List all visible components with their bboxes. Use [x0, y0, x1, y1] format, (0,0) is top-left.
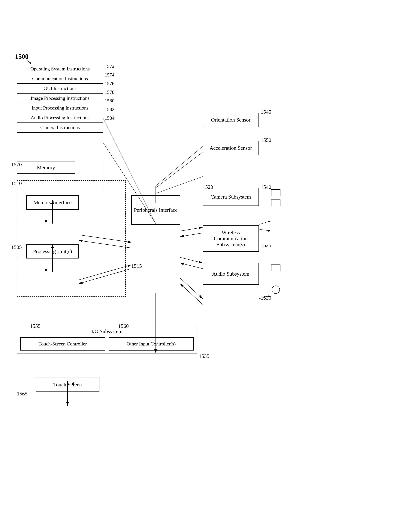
ref-1525: 1525 [261, 242, 271, 248]
ref-1572: 1572 [105, 64, 114, 69]
ref-1530: 1530 [261, 295, 271, 301]
ref-numbers-block: 1572 1574 1576 1578 1580 1582 1584 [105, 64, 114, 123]
svg-line-18 [180, 278, 203, 299]
ref-1578: 1578 [105, 90, 114, 95]
other-input-controller-box: Other Input Controller(s) [109, 337, 194, 351]
ref-1584: 1584 [105, 116, 114, 121]
os-instructions-row: Operating System Instructions [17, 64, 103, 74]
svg-line-29 [259, 221, 271, 224]
svg-line-15 [180, 233, 203, 237]
other-input-controller-label: Other Input Controller(s) [127, 341, 176, 346]
ref-1570: 1570 [11, 161, 22, 168]
peripherals-interface-box: Peripherals Interface [131, 195, 180, 225]
ref-1580: 1580 [105, 98, 114, 103]
memory-expanded-block: Operating System Instructions Communicat… [17, 64, 103, 133]
svg-line-14 [180, 227, 203, 231]
acceleration-sensor-box: Acceleration Sensor [203, 141, 259, 155]
ref-1535: 1535 [199, 353, 209, 359]
svg-line-30 [259, 229, 271, 231]
gui-instructions-row: GUI Instructions [17, 84, 103, 94]
input-instructions-row: Input Processing Instructions [17, 103, 103, 113]
svg-line-28 [156, 177, 203, 194]
ref-1520: 1520 [203, 184, 213, 190]
camera-subsystem-box: Camera Subsystem [203, 188, 259, 206]
diagram-container: 1500 ↘ Operating System Instructions Com… [11, 53, 396, 522]
camera-subsystem-label: Camera Subsystem [211, 194, 251, 200]
processing-unit-label: Processing Unit(s) [33, 248, 72, 254]
mic-icon [272, 285, 280, 294]
io-controllers-row: Touch-Screen Controller Other Input Cont… [20, 337, 194, 351]
image-instructions-row: Image Processing Instructions [17, 94, 103, 103]
memory-interface-box: Memory Interface [26, 195, 79, 210]
ref-1582: 1582 [105, 107, 114, 112]
ref-1576: 1576 [105, 81, 114, 86]
camera-icon-2 [271, 199, 280, 206]
io-subsystem-label: I/O Subsystem [20, 328, 194, 334]
svg-line-16 [180, 257, 203, 263]
touch-screen-box: Touch Screen [36, 378, 99, 392]
ref-1505: 1505 [11, 244, 22, 250]
acceleration-sensor-label: Acceleration Sensor [210, 145, 252, 151]
svg-line-26 [156, 147, 203, 186]
ref-1545: 1545 [261, 109, 271, 115]
ref-1555: 1555 [30, 323, 41, 329]
touch-screen-label: Touch Screen [53, 382, 82, 388]
ref-1515: 1515 [131, 263, 142, 269]
processing-unit-box: Processing Unit(s) [26, 244, 79, 258]
orientation-sensor-box: Orientation Sensor [203, 113, 259, 127]
memory-label: Memory [37, 165, 55, 170]
memory-box: Memory [17, 161, 75, 174]
wireless-comm-label: Wireless Communication Subsystem(s) [214, 230, 248, 248]
io-subsystem-box: I/O Subsystem Touch-Screen Controller Ot… [17, 325, 197, 354]
orientation-sensor-label: Orientation Sensor [211, 117, 251, 123]
ref-1565: 1565 [17, 391, 27, 397]
speaker-icon [271, 265, 280, 271]
ref-1510: 1510 [11, 180, 22, 186]
svg-line-27 [156, 152, 203, 188]
camera-instructions-row: Camera Instructions [17, 123, 103, 132]
ref-1540: 1540 [261, 184, 271, 190]
ref-1550: 1550 [261, 137, 271, 143]
peripherals-interface-label: Peripherals Interface [134, 207, 178, 213]
camera-icon-1 [271, 189, 280, 196]
ref-1560: 1560 [118, 323, 129, 329]
audio-subsystem-label: Audio Subsystem [212, 271, 249, 277]
ref-1574: 1574 [105, 72, 114, 77]
audio-instructions-row: Audio Processing Instructions [17, 113, 103, 123]
comm-instructions-row: Communication Instructions [17, 74, 103, 84]
svg-line-17 [180, 263, 203, 269]
memory-interface-label: Memory Interface [34, 199, 72, 205]
svg-line-19 [180, 284, 203, 304]
touch-screen-controller-box: Touch-Screen Controller [20, 337, 105, 351]
wireless-comm-box: Wireless Communication Subsystem(s) [203, 225, 259, 252]
audio-subsystem-box: Audio Subsystem [203, 263, 259, 285]
touch-screen-controller-label: Touch-Screen Controller [38, 341, 87, 346]
